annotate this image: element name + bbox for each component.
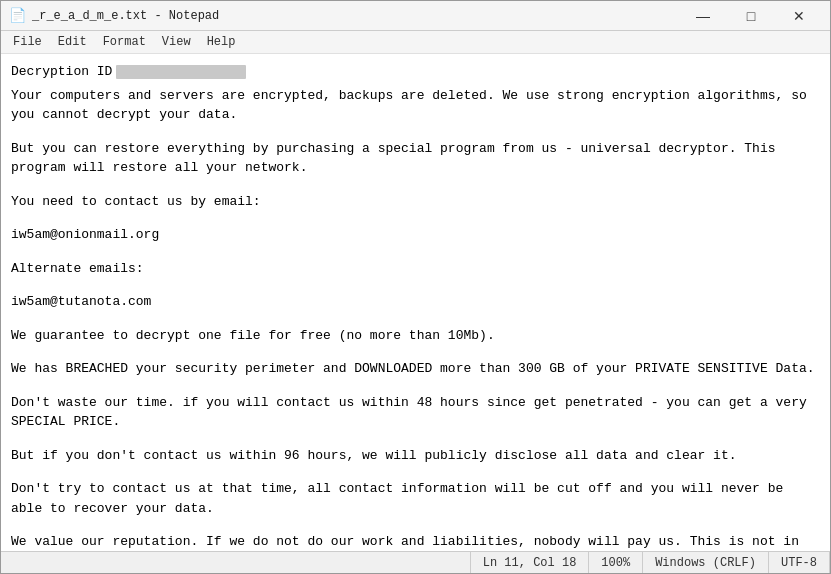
- paragraph-1: Your computers and servers are encrypted…: [11, 86, 820, 125]
- ransom-note-content: Your computers and servers are encrypted…: [11, 86, 820, 552]
- menu-view[interactable]: View: [154, 33, 199, 51]
- close-button[interactable]: ✕: [776, 5, 822, 27]
- menu-file[interactable]: File: [5, 33, 50, 51]
- menu-bar: File Edit Format View Help: [1, 31, 830, 54]
- paragraph-10: But if you don't contact us within 96 ho…: [11, 446, 820, 466]
- paragraph-4: iw5am@onionmail.org: [11, 225, 820, 245]
- maximize-button[interactable]: □: [728, 5, 774, 27]
- app-icon: 📄: [9, 7, 26, 24]
- paragraph-5: Alternate emails:: [11, 259, 820, 279]
- paragraph-2: But you can restore everything by purcha…: [11, 139, 820, 178]
- title-bar-left: 📄 _r_e_a_d_m_e.txt - Notepad: [9, 7, 219, 24]
- title-bar: 📄 _r_e_a_d_m_e.txt - Notepad — □ ✕: [1, 1, 830, 31]
- status-empty: [1, 552, 471, 573]
- paragraph-11: Don't try to contact us at that time, al…: [11, 479, 820, 518]
- title-bar-controls: — □ ✕: [680, 5, 822, 27]
- paragraph-9: Don't waste our time. if you will contac…: [11, 393, 820, 432]
- window-title: _r_e_a_d_m_e.txt - Notepad: [32, 9, 219, 23]
- menu-format[interactable]: Format: [95, 33, 154, 51]
- status-line-ending: Windows (CRLF): [643, 552, 769, 573]
- menu-help[interactable]: Help: [199, 33, 244, 51]
- decryption-id-label: Decryption ID: [11, 62, 112, 82]
- status-bar: Ln 11, Col 18 100% Windows (CRLF) UTF-8: [1, 551, 830, 573]
- paragraph-7: We guarantee to decrypt one file for fre…: [11, 326, 820, 346]
- notepad-window: 📄 _r_e_a_d_m_e.txt - Notepad — □ ✕ File …: [0, 0, 831, 574]
- status-encoding: UTF-8: [769, 552, 830, 573]
- menu-edit[interactable]: Edit: [50, 33, 95, 51]
- status-line-col: Ln 11, Col 18: [471, 552, 590, 573]
- text-editor[interactable]: Decryption ID Your computers and servers…: [1, 54, 830, 551]
- paragraph-3: You need to contact us by email:: [11, 192, 820, 212]
- decryption-id-line: Decryption ID: [11, 62, 820, 82]
- paragraph-6: iw5am@tutanota.com: [11, 292, 820, 312]
- minimize-button[interactable]: —: [680, 5, 726, 27]
- paragraph-12: We value our reputation. If we do not do…: [11, 532, 820, 551]
- status-zoom: 100%: [589, 552, 643, 573]
- decryption-id-value: [116, 65, 246, 79]
- paragraph-8: We has BREACHED your security perimeter …: [11, 359, 820, 379]
